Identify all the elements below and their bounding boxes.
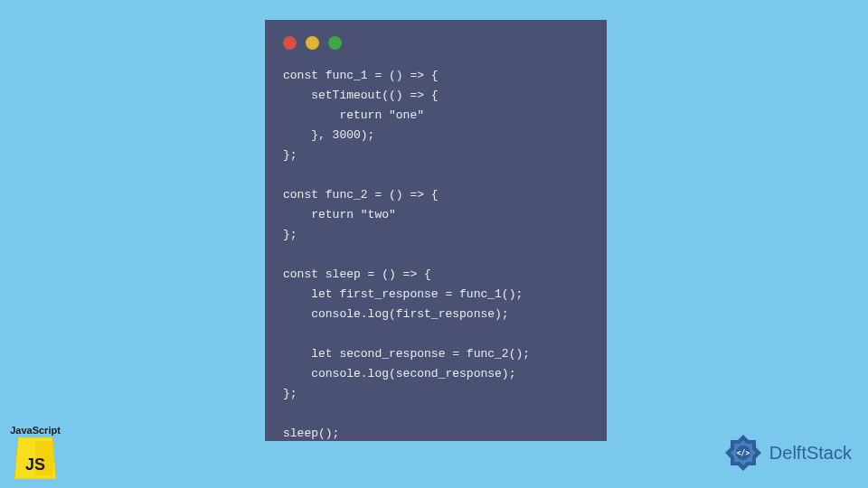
svg-text:</>: </> <box>737 449 750 457</box>
javascript-badge: JavaScript JS <box>7 425 63 479</box>
delftstack-name: DelftStack <box>769 443 852 464</box>
svg-text:JS: JS <box>25 455 45 474</box>
javascript-logo-icon: JS <box>14 437 56 479</box>
code-content: const func_1 = () => { setTimeout(() => … <box>283 66 589 444</box>
delftstack-logo: </> DelftStack <box>722 432 852 474</box>
code-window: const func_1 = () => { setTimeout(() => … <box>265 20 607 441</box>
window-controls <box>283 36 589 50</box>
close-icon <box>283 36 297 50</box>
javascript-label: JavaScript <box>7 425 63 436</box>
minimize-icon <box>306 36 319 50</box>
delftstack-icon: </> <box>722 432 764 474</box>
maximize-icon <box>328 36 342 50</box>
